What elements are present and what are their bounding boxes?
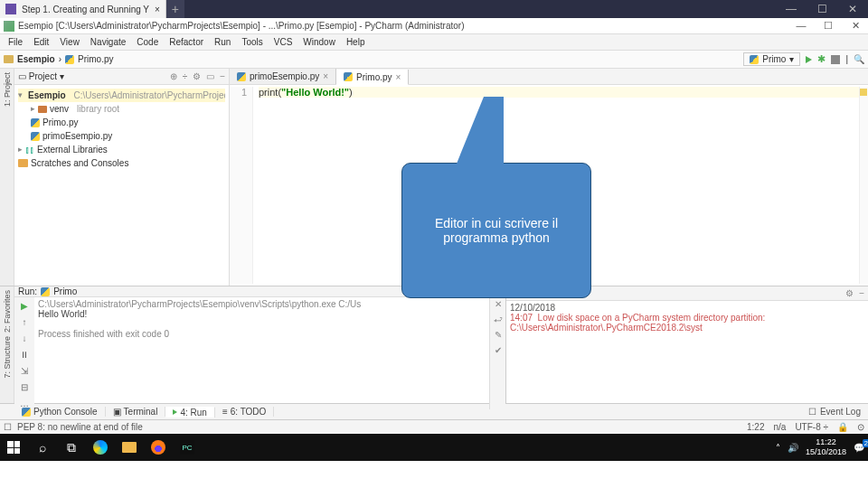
search-button[interactable]: ⌕ (33, 437, 52, 457)
pause-button[interactable]: ⏸ (18, 348, 31, 361)
menu-navigate[interactable]: Navigate (86, 37, 130, 47)
inspection-marker[interactable] (860, 89, 867, 96)
caret-position[interactable]: 1:22 (747, 422, 764, 432)
inspection-gutter (859, 87, 868, 284)
annotation-callout: Editor in cui scrivere il programma pyth… (401, 163, 591, 298)
tree-scratches[interactable]: Scratches and Consoles (18, 156, 225, 170)
menu-bar: File Edit View Navigate Code Refactor Ru… (0, 34, 868, 51)
menu-tools[interactable]: Tools (237, 37, 267, 47)
hide-panel-icon[interactable]: − (220, 71, 225, 81)
maximize-button[interactable]: ☐ (819, 20, 837, 32)
tree-venv[interactable]: ▸ venv library root (31, 102, 225, 116)
run-config-selector[interactable]: Primo ▾ (743, 52, 800, 66)
taskbar-explorer[interactable] (119, 437, 139, 457)
editor-tab-primo[interactable]: Primo.py × (336, 70, 409, 85)
tray-expand-icon[interactable]: ˄ (776, 443, 780, 453)
tray-volume-icon[interactable]: 🔊 (788, 443, 798, 453)
search-everywhere-button[interactable]: 🔍 (854, 54, 864, 64)
run-output: ▶ ↑ ↓ ⏸ ⇲ ⊟ … C:\Users\Administrator\Pyc… (14, 297, 505, 409)
rerun-button[interactable]: ▶ (18, 299, 31, 312)
menu-view[interactable]: View (55, 37, 84, 47)
wrap-button[interactable]: ⇲ (18, 364, 31, 377)
tab-run[interactable]: 4: Run (165, 407, 214, 418)
status-bar: ☐ PEP 8: no newline at end of file 1:22 … (0, 419, 868, 434)
notifications-button[interactable]: 💬 2 (854, 443, 864, 453)
panel-tool-icon[interactable]: ⊕ (170, 71, 177, 81)
menu-refactor[interactable]: Refactor (165, 37, 208, 47)
menu-code[interactable]: Code (132, 37, 163, 47)
tree-root[interactable]: ▾ Esempio C:\Users\Administrator\Pycharm… (18, 89, 225, 102)
menu-vcs[interactable]: VCS (269, 37, 297, 47)
close-button[interactable]: ✕ (837, 0, 868, 18)
close-icon[interactable]: ✕ (495, 299, 502, 309)
taskbar-pycharm[interactable]: PC (177, 437, 197, 457)
gear-icon[interactable]: ⚙ (845, 288, 854, 298)
run-button[interactable] (806, 56, 812, 63)
browser-tab[interactable]: Step 1. Creating and Running Y × (0, 0, 166, 18)
hide-panel-icon[interactable]: − (859, 288, 864, 298)
panel-tool-icon[interactable]: ▭ (206, 71, 214, 81)
expand-icon[interactable]: ▸ (31, 102, 35, 116)
close-tab-icon[interactable]: × (396, 72, 401, 82)
maximize-button[interactable]: ☐ (807, 0, 837, 18)
close-tab-icon[interactable]: × (323, 71, 328, 81)
pycharm-title-bar: Esempio [C:\Users\Administrator\PycharmP… (0, 18, 868, 34)
edit-icon[interactable]: ✎ (495, 330, 502, 340)
console-output[interactable]: C:\Users\Administrator\PycharmProjects\E… (34, 297, 489, 409)
tree-item-label: venv (50, 102, 69, 116)
project-tree[interactable]: ▾ Esempio C:\Users\Administrator\Pycharm… (14, 85, 229, 174)
tab-terminal[interactable]: ▣ Terminal (106, 407, 166, 417)
menu-help[interactable]: Help (342, 37, 370, 47)
tab-event-log[interactable]: ☐ Event Log (801, 407, 868, 417)
event-log-output[interactable]: 12/10/2018 14:07 Low disk space on a PyC… (506, 301, 868, 403)
down-button[interactable]: ↓ (18, 332, 31, 344)
debug-button[interactable]: ✱ (817, 53, 826, 65)
code-line[interactable]: print("Hello World!") (259, 87, 859, 98)
python-file-icon (344, 72, 353, 81)
lock-icon[interactable]: 🔒 (837, 422, 848, 432)
up-button[interactable]: ↑ (18, 315, 31, 328)
line-number-gutter: 1 (230, 87, 253, 284)
clear-button[interactable]: ⊟ (18, 380, 31, 393)
encoding-selector[interactable]: UTF-8 ÷ (795, 422, 828, 432)
start-button[interactable] (4, 437, 24, 457)
system-clock[interactable]: 11:22 15/10/2018 (806, 437, 846, 457)
status-left-icon[interactable]: ☐ (4, 422, 12, 432)
taskbar-edge[interactable] (90, 437, 110, 457)
editor-tab-primoesempio[interactable]: primoEsempio.py × (230, 69, 336, 84)
menu-edit[interactable]: Edit (29, 37, 53, 47)
breadcrumb-file[interactable]: Primo.py (78, 54, 113, 64)
menu-run[interactable]: Run (210, 37, 235, 47)
project-view-selector[interactable]: ▭ Project ▾ (18, 71, 64, 81)
breadcrumb-project[interactable]: Esempio (17, 54, 55, 64)
panel-tool-icon[interactable]: ÷ (183, 71, 188, 81)
expand-icon[interactable]: ▸ (18, 143, 23, 156)
minimize-button[interactable]: — (792, 20, 810, 32)
todo-icon: ≡ (222, 407, 228, 417)
attach-button[interactable] (831, 55, 840, 64)
task-view-button[interactable]: ⧉ (61, 437, 81, 457)
tree-file-primo[interactable]: Primo.py (31, 116, 225, 129)
library-root-tag: library root (77, 102, 119, 116)
overview-icon[interactable]: ⊙ (857, 422, 864, 432)
check-icon[interactable]: ✔ (495, 345, 502, 355)
taskbar-firefox[interactable] (148, 437, 168, 457)
expand-icon[interactable]: ▾ (18, 89, 23, 102)
tab-todo[interactable]: ≡ 6: TODO (215, 407, 275, 417)
tab-structure[interactable]: 7: Structure (3, 336, 12, 379)
menu-window[interactable]: Window (298, 37, 340, 47)
tab-favorites[interactable]: 2: Favorites (3, 290, 12, 333)
output-line: Hello World! (38, 309, 486, 319)
run-panel-title: Run: (18, 286, 37, 296)
minimize-button[interactable]: — (776, 0, 807, 18)
menu-file[interactable]: File (4, 37, 27, 47)
tab-project[interactable]: 1: Project (3, 72, 12, 107)
tree-file-primoesempio[interactable]: primoEsempio.py (31, 129, 225, 143)
tree-external-libraries[interactable]: ▸ ⫿⫿ External Libraries (18, 143, 225, 156)
close-icon[interactable]: × (155, 5, 160, 14)
print-icon[interactable]: ⮐ (494, 314, 503, 324)
gear-icon[interactable]: ⚙ (193, 71, 201, 81)
new-tab-button[interactable]: + (166, 0, 184, 18)
close-button[interactable]: ✕ (846, 20, 864, 32)
tab-python-console[interactable]: Python Console (14, 407, 106, 417)
